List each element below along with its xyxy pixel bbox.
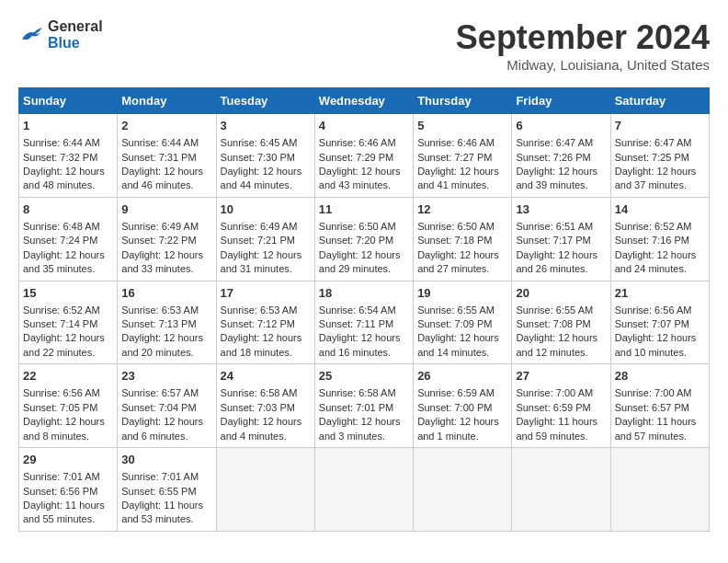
cell-info-line: Sunrise: 6:47 AM <box>516 136 606 150</box>
calendar-cell: 23Sunrise: 6:57 AMSunset: 7:04 PMDayligh… <box>118 364 216 448</box>
cell-info-line: Daylight: 12 hours <box>221 415 311 429</box>
cell-info-line: and 24 minutes. <box>615 262 705 276</box>
calendar-cell: 20Sunrise: 6:55 AMSunset: 7:08 PMDayligh… <box>512 281 610 364</box>
cell-info-line: and 27 minutes. <box>417 262 507 276</box>
cell-info-line: Sunset: 7:01 PM <box>319 401 409 415</box>
calendar-cell: 19Sunrise: 6:55 AMSunset: 7:09 PMDayligh… <box>414 281 512 364</box>
cell-info-line: Sunrise: 7:01 AM <box>121 470 211 484</box>
cell-info-line: Daylight: 12 hours <box>516 248 606 262</box>
cell-info-line: Daylight: 12 hours <box>417 331 507 345</box>
cell-info-line: and 57 minutes. <box>615 430 705 443</box>
cell-info-line: and 59 minutes. <box>516 430 606 443</box>
header-row: Sunday Monday Tuesday Wednesday Thursday… <box>19 88 710 114</box>
calendar-cell: 24Sunrise: 6:58 AMSunset: 7:03 PMDayligh… <box>216 364 314 448</box>
cell-info-line: Daylight: 12 hours <box>615 165 705 178</box>
day-number: 13 <box>516 201 606 218</box>
cell-info-line: Sunset: 6:56 PM <box>23 485 113 499</box>
calendar-cell: 14Sunrise: 6:52 AMSunset: 7:16 PMDayligh… <box>610 197 709 281</box>
calendar-cell: 27Sunrise: 7:00 AMSunset: 6:59 PMDayligh… <box>512 364 610 448</box>
day-number: 29 <box>23 452 113 468</box>
cell-info-line: and 3 minutes. <box>319 430 409 443</box>
cell-info-line: Sunrise: 6:50 AM <box>417 220 507 234</box>
logo-icon <box>18 24 44 46</box>
cell-info-line: Daylight: 12 hours <box>221 331 311 345</box>
col-saturday: Saturday <box>610 88 709 114</box>
cell-info-line: Sunrise: 7:01 AM <box>23 470 113 484</box>
cell-info-line: Sunset: 6:57 PM <box>615 401 705 415</box>
day-number: 28 <box>615 368 705 385</box>
cell-info-line: Sunset: 7:30 PM <box>221 151 311 165</box>
cell-info-line: and 18 minutes. <box>221 346 311 360</box>
cell-info-line: Sunset: 7:13 PM <box>121 317 211 331</box>
location-subtitle: Midway, Louisiana, United States <box>456 57 710 73</box>
day-number: 18 <box>319 285 409 302</box>
cell-info-line: Sunrise: 6:53 AM <box>121 304 211 317</box>
day-number: 17 <box>221 285 311 302</box>
cell-info-line: and 41 minutes. <box>417 178 507 192</box>
day-number: 26 <box>417 368 507 385</box>
cell-info-line: Sunrise: 6:59 AM <box>417 386 507 400</box>
col-thursday: Thursday <box>414 88 512 114</box>
cell-info-line: Sunrise: 6:56 AM <box>615 304 705 317</box>
cell-info-line: Daylight: 11 hours <box>121 499 211 512</box>
calendar-cell: 16Sunrise: 6:53 AMSunset: 7:13 PMDayligh… <box>118 281 216 364</box>
calendar-cell: 26Sunrise: 6:59 AMSunset: 7:00 PMDayligh… <box>414 364 512 448</box>
cell-info-line: Sunset: 7:16 PM <box>615 234 705 247</box>
cell-info-line: Sunset: 7:24 PM <box>23 234 113 247</box>
col-friday: Friday <box>512 88 610 114</box>
cell-info-line: and 6 minutes. <box>121 430 211 443</box>
cell-info-line: and 35 minutes. <box>23 262 113 276</box>
calendar-cell: 15Sunrise: 6:52 AMSunset: 7:14 PMDayligh… <box>19 281 118 364</box>
cell-info-line: and 31 minutes. <box>221 262 311 276</box>
calendar-cell <box>414 448 512 532</box>
cell-info-line: Sunset: 7:11 PM <box>319 317 409 331</box>
cell-info-line: Daylight: 12 hours <box>516 165 606 178</box>
day-number: 19 <box>417 285 507 302</box>
cell-info-line: and 44 minutes. <box>221 178 311 192</box>
cell-info-line: Sunset: 7:03 PM <box>221 401 311 415</box>
calendar-cell: 6Sunrise: 6:47 AMSunset: 7:26 PMDaylight… <box>512 114 610 198</box>
cell-info-line: and 14 minutes. <box>417 346 507 360</box>
cell-info-line: Sunrise: 6:55 AM <box>516 304 606 317</box>
cell-info-line: Daylight: 11 hours <box>615 415 705 429</box>
day-number: 23 <box>121 368 211 385</box>
calendar-cell: 18Sunrise: 6:54 AMSunset: 7:11 PMDayligh… <box>314 281 413 364</box>
cell-info-line: Sunset: 7:14 PM <box>23 317 113 331</box>
calendar-cell: 3Sunrise: 6:45 AMSunset: 7:30 PMDaylight… <box>216 114 314 198</box>
cell-info-line: and 4 minutes. <box>221 430 311 443</box>
calendar-cell <box>610 448 709 532</box>
day-number: 21 <box>615 285 705 302</box>
day-number: 8 <box>23 201 113 218</box>
cell-info-line: Sunset: 7:20 PM <box>319 234 409 247</box>
cell-info-line: Sunrise: 6:58 AM <box>319 386 409 400</box>
cell-info-line: Daylight: 11 hours <box>516 415 606 429</box>
day-number: 3 <box>221 118 311 134</box>
cell-info-line: Daylight: 12 hours <box>417 415 507 429</box>
cell-info-line: Sunset: 7:17 PM <box>516 234 606 247</box>
day-number: 6 <box>516 118 606 134</box>
calendar-cell: 10Sunrise: 6:49 AMSunset: 7:21 PMDayligh… <box>216 197 314 281</box>
cell-info-line: Daylight: 12 hours <box>319 248 409 262</box>
cell-info-line: Sunrise: 6:50 AM <box>319 220 409 234</box>
cell-info-line: and 16 minutes. <box>319 346 409 360</box>
day-number: 5 <box>417 118 507 134</box>
cell-info-line: Sunset: 7:29 PM <box>319 151 409 165</box>
day-number: 14 <box>615 201 705 218</box>
cell-info-line: Sunrise: 6:44 AM <box>23 136 113 150</box>
cell-info-line: Daylight: 12 hours <box>121 331 211 345</box>
cell-info-line: and 12 minutes. <box>516 346 606 360</box>
day-number: 2 <box>121 118 211 134</box>
cell-info-line: and 22 minutes. <box>23 346 113 360</box>
cell-info-line: and 33 minutes. <box>121 262 211 276</box>
cell-info-line: Daylight: 12 hours <box>615 248 705 262</box>
cell-info-line: Sunset: 7:31 PM <box>121 151 211 165</box>
cell-info-line: Sunset: 7:08 PM <box>516 317 606 331</box>
cell-info-line: Daylight: 11 hours <box>23 499 113 512</box>
cell-info-line: Sunrise: 6:57 AM <box>121 386 211 400</box>
cell-info-line: Sunset: 7:18 PM <box>417 234 507 247</box>
cell-info-line: Daylight: 12 hours <box>417 248 507 262</box>
cell-info-line: Sunset: 7:04 PM <box>121 401 211 415</box>
cell-info-line: Sunrise: 6:54 AM <box>319 304 409 317</box>
day-number: 7 <box>615 118 705 134</box>
cell-info-line: Daylight: 12 hours <box>221 248 311 262</box>
